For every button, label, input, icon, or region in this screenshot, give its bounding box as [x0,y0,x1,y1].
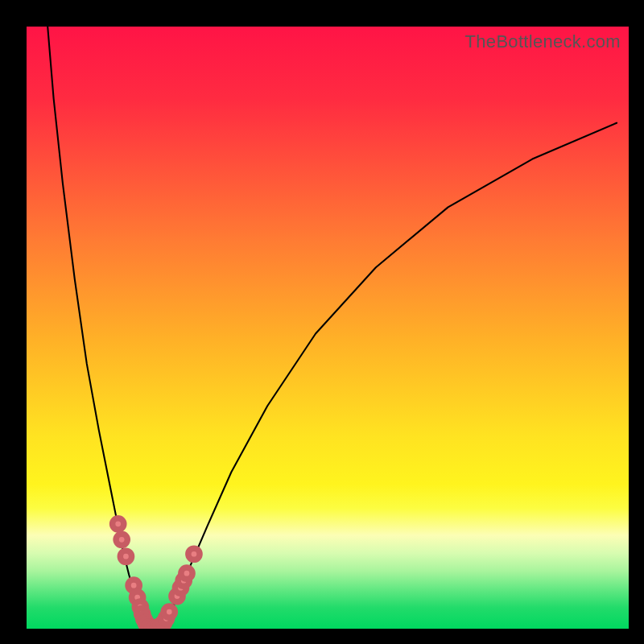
outer-frame: TheBottleneck.com [0,0,644,644]
bead-point [181,568,192,579]
bead-point [113,518,124,530]
bead-point [116,534,127,545]
bead-point [120,551,131,562]
plot-area: TheBottleneck.com [27,27,629,629]
v-curve [47,27,617,629]
bead-group [113,518,200,629]
bead-point [163,606,175,617]
bead-point [188,548,200,559]
curve-layer [27,27,629,629]
